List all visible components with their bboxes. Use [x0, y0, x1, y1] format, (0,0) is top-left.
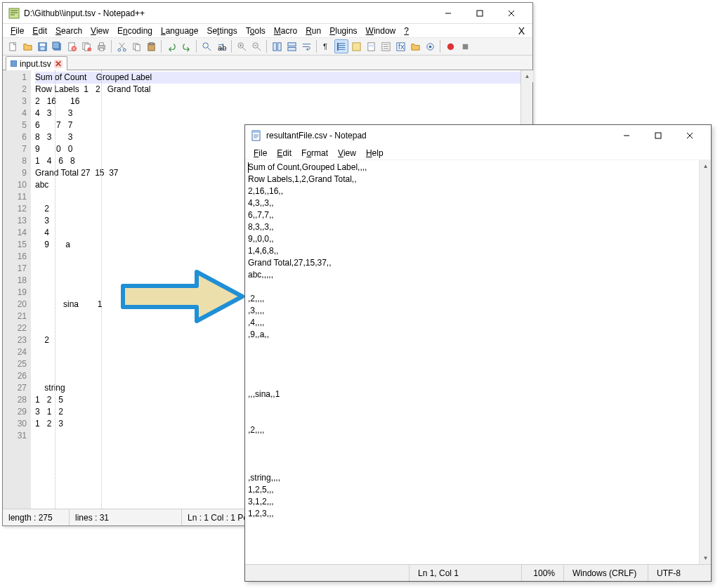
save-icon[interactable]	[35, 39, 49, 53]
np-minimize-button[interactable]	[610, 126, 642, 145]
np-line[interactable]: ,4,,,,	[248, 317, 696, 329]
redo-icon[interactable]	[179, 39, 193, 53]
close-icon[interactable]	[65, 39, 79, 53]
npp-menu-settings[interactable]: Settings	[203, 25, 240, 37]
undo-icon[interactable]	[164, 39, 178, 53]
npp-tabstrip[interactable]: input.tsv ✕	[3, 55, 532, 70]
npp-menu-search[interactable]: Search	[52, 25, 86, 37]
np-titlebar[interactable]: resultantFile.csv - Notepad	[245, 125, 711, 146]
npp-menu-?[interactable]: ?	[400, 25, 412, 37]
folder-icon[interactable]	[408, 39, 422, 53]
np-menu-edit[interactable]: Edit	[273, 148, 296, 159]
code-line[interactable]: Sum of Count Grouped Label	[35, 72, 521, 84]
np-line[interactable]	[248, 412, 696, 424]
maximize-button[interactable]	[464, 4, 495, 23]
code-line[interactable]: 4 3 3	[35, 107, 521, 119]
doc-list-icon[interactable]	[379, 39, 393, 53]
tab-input-tsv[interactable]: input.tsv ✕	[6, 56, 67, 70]
np-textarea[interactable]: Sum of Count,Grouped Label,,,,Row Labels…	[245, 160, 699, 564]
npp-menu-window[interactable]: Window	[362, 25, 400, 37]
scroll-up-icon[interactable]: ▲	[521, 70, 533, 82]
np-close-button[interactable]	[674, 126, 705, 145]
func-list-icon[interactable]: fx	[393, 39, 407, 53]
find-icon[interactable]	[199, 39, 214, 53]
np-line[interactable]: 1,4,6,8,,	[248, 245, 696, 257]
npp-menu-macro[interactable]: Macro	[270, 25, 301, 37]
np-line[interactable]	[248, 365, 696, 377]
wrap-icon[interactable]	[299, 39, 313, 53]
np-line[interactable]: ,,,sina,,1	[248, 388, 696, 400]
np-maximize-button[interactable]	[642, 126, 674, 145]
np-line[interactable]	[248, 400, 696, 412]
npp-menubar[interactable]: FileEditSearchViewEncodingLanguageSettin…	[3, 24, 532, 38]
np-line[interactable]: 2,16,,16,,	[248, 185, 696, 197]
npp-menu-view[interactable]: View	[87, 25, 112, 37]
np-line[interactable]	[248, 460, 696, 472]
np-line[interactable]: Sum of Count,Grouped Label,,,,	[248, 162, 696, 174]
sync-h-icon[interactable]	[284, 39, 299, 53]
np-line[interactable]	[248, 377, 696, 388]
npp-titlebar[interactable]: D:\Github\\input.tsv - Notepad++	[3, 3, 532, 24]
np-menu-format[interactable]: Format	[297, 148, 332, 159]
np-line[interactable]: ,string,,,,	[248, 472, 696, 484]
zoom-out-icon[interactable]	[249, 39, 263, 53]
code-line[interactable]: 2 16 16	[35, 96, 521, 107]
np-line[interactable]	[248, 448, 696, 460]
np-menu-file[interactable]: File	[249, 148, 271, 159]
np-menubar[interactable]: FileEditFormatViewHelp	[245, 146, 711, 160]
np-line[interactable]	[248, 341, 696, 353]
np-editor[interactable]: Sum of Count,Grouped Label,,,,Row Labels…	[245, 160, 711, 564]
minimize-button[interactable]	[432, 4, 464, 23]
indent-guide-icon[interactable]	[334, 39, 348, 53]
np-scrollbar[interactable]: ▲ ▼	[699, 160, 711, 564]
npp-menu-plugins[interactable]: Plugins	[326, 25, 360, 37]
np-line[interactable]: Grand Total,27,15,37,,	[248, 257, 696, 269]
lang-icon[interactable]	[349, 39, 363, 53]
npp-menu-language[interactable]: Language	[157, 25, 202, 37]
npp-menu-edit[interactable]: Edit	[29, 25, 51, 37]
np-line[interactable]: 9,,0,0,,	[248, 233, 696, 245]
np-line[interactable]	[248, 281, 696, 293]
stop-macro-icon[interactable]	[458, 39, 472, 53]
np-scroll-down-icon[interactable]: ▼	[700, 552, 712, 564]
save-all-icon[interactable]	[50, 39, 64, 53]
np-menu-help[interactable]: Help	[362, 148, 388, 159]
close-all-icon[interactable]	[79, 39, 93, 53]
print-icon[interactable]	[94, 39, 108, 53]
np-line[interactable]: ,9,,a,,	[248, 329, 696, 341]
npp-menu-tools[interactable]: Tools	[242, 25, 269, 37]
np-line[interactable]: ,2,,,,	[248, 424, 696, 436]
np-line[interactable]: 1,2,3,,,	[248, 508, 696, 520]
open-file-icon[interactable]	[20, 39, 34, 53]
monitor-icon[interactable]	[423, 39, 437, 53]
cut-icon[interactable]	[114, 39, 129, 53]
np-line[interactable]: 8,3,,3,,	[248, 221, 696, 233]
npp-menu-run[interactable]: Run	[302, 25, 325, 37]
np-line[interactable]: ,3,,,,	[248, 305, 696, 317]
paste-icon[interactable]	[144, 39, 158, 53]
new-file-icon[interactable]	[6, 39, 20, 53]
zoom-in-icon[interactable]	[235, 39, 249, 53]
close-doc-x[interactable]: X	[515, 25, 528, 37]
np-scroll-up-icon[interactable]: ▲	[700, 160, 712, 172]
np-line[interactable]: 1,2,5,,,	[248, 484, 696, 496]
np-line[interactable]: 3,1,2,,,	[248, 496, 696, 508]
np-menu-view[interactable]: View	[334, 148, 360, 159]
np-line[interactable]: 4,3,,3,,	[248, 197, 696, 209]
replace-icon[interactable]: ab	[214, 39, 228, 53]
record-macro-icon[interactable]	[443, 39, 457, 53]
tab-close-icon[interactable]: ✕	[54, 60, 63, 68]
np-line[interactable]: ,2,,,,	[248, 293, 696, 305]
copy-icon[interactable]	[129, 39, 143, 53]
npp-menu-file[interactable]: File	[7, 25, 27, 37]
sync-v-icon[interactable]	[270, 39, 284, 53]
doc-map-icon[interactable]	[364, 39, 378, 53]
np-line[interactable]: Row Labels,1,2,Grand Total,,	[248, 174, 696, 185]
np-line[interactable]	[248, 436, 696, 448]
np-line[interactable]	[248, 520, 696, 532]
npp-menu-encoding[interactable]: Encoding	[114, 25, 156, 37]
code-line[interactable]: Row Labels 1 2 Grand Total	[35, 84, 521, 96]
np-line[interactable]: 6,,7,7,,	[248, 209, 696, 221]
np-line[interactable]	[248, 353, 696, 365]
close-button[interactable]	[495, 4, 527, 23]
